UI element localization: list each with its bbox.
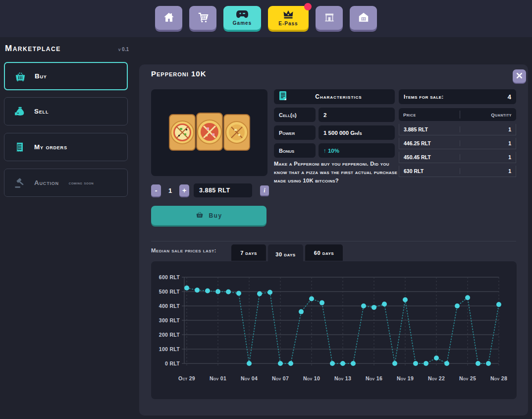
svg-text:500 RLT: 500 RLT <box>159 289 180 295</box>
document-icon <box>279 91 287 103</box>
chart-canvas: 0 RLT100 RLT200 RLT300 RLT400 RLT500 RLT… <box>151 261 517 399</box>
listing-qty: 1 <box>508 140 511 146</box>
version-label: v 0.1 <box>118 47 129 52</box>
section-divider <box>151 241 516 241</box>
marketplace-screen: Games E-Pass <box>0 0 532 419</box>
svg-text:100 RLT: 100 RLT <box>159 346 180 352</box>
char-label: Power <box>274 125 316 140</box>
svg-text:Nov 01: Nov 01 <box>210 375 226 381</box>
char-label: Cell(s) <box>274 108 316 122</box>
gamepad-icon <box>235 10 249 20</box>
sidebar-item-label: Buy <box>35 72 47 80</box>
sidebar-item-auction[interactable]: Auction coming soon <box>4 169 128 197</box>
svg-text:Nov 22: Nov 22 <box>428 375 445 381</box>
char-value: 2 <box>319 108 395 122</box>
item-detail-panel: Pepperoni 10K <box>139 64 528 416</box>
listing-price: 3.885 RLT <box>404 126 428 132</box>
listing-row[interactable]: 446.25 RLT 1 <box>399 138 516 149</box>
item-description: Make a Pepperoni buy you pepperoni. Did … <box>274 160 400 184</box>
quantity-minus-button[interactable]: - <box>151 184 161 196</box>
column-quantity: Quantity <box>491 112 512 118</box>
svg-text:600 RLT: 600 RLT <box>159 274 180 280</box>
quantity-plus-button[interactable]: + <box>179 184 189 196</box>
coming-soon-label: coming soon <box>69 180 94 185</box>
marketplace-button[interactable] <box>316 6 343 30</box>
items-for-sale-count: 4 <box>508 93 511 101</box>
listing-qty: 1 <box>508 168 511 174</box>
svg-text:400 RLT: 400 RLT <box>159 303 180 309</box>
svg-text:Nov 13: Nov 13 <box>334 375 351 381</box>
storefront-icon <box>323 11 336 25</box>
close-button[interactable] <box>513 69 526 83</box>
sidebar-item-sell[interactable]: Sell <box>4 97 128 125</box>
tab-60-days[interactable]: 60 days <box>305 244 343 261</box>
row-divider <box>460 140 460 146</box>
cart-button[interactable] <box>189 6 216 30</box>
tab-7-days[interactable]: 7 days <box>231 244 266 261</box>
sidebar-item-buy[interactable]: Buy <box>4 62 128 90</box>
page-title: Marketplace <box>5 44 61 54</box>
svg-text:Nov 04: Nov 04 <box>241 375 258 381</box>
sidebar-item-label: My orders <box>34 143 67 151</box>
items-for-sale-section: Items for sale: 4 Price Quantity 3.885 R… <box>399 89 516 180</box>
sidebar-item-label: Sell <box>34 108 49 115</box>
item-title: Pepperoni 10K <box>151 69 207 78</box>
row-divider <box>460 168 460 174</box>
sidebar-item-my-orders[interactable]: My orders <box>4 133 128 161</box>
median-prices-label: Median sale prices last: <box>151 247 216 253</box>
sidebar-item-label: Auction <box>34 179 59 186</box>
quantity-stepper: - 1 + 3.885 RLT i <box>151 183 269 197</box>
price-history-chart: 0 RLT100 RLT200 RLT300 RLT400 RLT500 RLT… <box>151 261 517 399</box>
characteristic-row-power: Power 1 500 000 Gh/s <box>274 125 395 140</box>
characteristics-header: Characteristics <box>274 89 395 104</box>
listing-qty: 1 <box>508 126 511 132</box>
receipt-icon <box>12 140 27 155</box>
svg-text:Nov 19: Nov 19 <box>397 375 414 381</box>
page-body: Marketplace v 0.1 Buy <box>0 37 532 419</box>
svg-text:Oct 29: Oct 29 <box>178 375 195 381</box>
pepperoni-pizzas-art <box>163 112 255 154</box>
char-label: Bonus <box>274 143 316 158</box>
listing-price: 450.45 RLT <box>404 154 431 160</box>
items-for-sale-label: Items for sale: <box>404 94 444 100</box>
listing-row[interactable]: 3.885 RLT 1 <box>399 124 516 135</box>
listing-row[interactable]: 450.45 RLT 1 <box>399 152 516 163</box>
row-divider <box>460 126 460 132</box>
buy-button[interactable]: Buy <box>151 206 266 225</box>
quantity-value: 1 <box>161 187 179 194</box>
sidebar-header: Marketplace v 0.1 <box>5 44 129 54</box>
char-value: 1 500 000 Gh/s <box>319 125 395 140</box>
games-label: Games <box>233 21 252 26</box>
item-image <box>151 89 267 176</box>
epass-button[interactable]: E-Pass <box>268 6 309 30</box>
crown-icon <box>282 9 295 21</box>
listing-price: 630 RLT <box>404 168 424 174</box>
items-for-sale-header: Items for sale: 4 <box>399 89 516 104</box>
char-value-bonus: ↑ 10% <box>319 143 395 158</box>
buy-button-label: Buy <box>209 212 222 219</box>
home-button[interactable] <box>155 6 182 30</box>
column-price: Price <box>403 112 416 118</box>
cart-icon <box>197 11 210 25</box>
characteristics-section: Characteristics Cell(s) 2 Power 1 500 00… <box>274 89 395 161</box>
close-icon <box>516 72 523 80</box>
listing-qty: 1 <box>508 154 511 160</box>
sell-bag-icon <box>12 104 27 119</box>
characteristics-title: Characteristics <box>287 93 390 100</box>
listings-table-header: Price Quantity <box>399 108 516 121</box>
listing-row[interactable]: 630 RLT 1 <box>399 166 516 177</box>
top-nav: Games E-Pass <box>0 0 532 37</box>
warehouse-button[interactable] <box>350 6 377 30</box>
buy-basket-icon <box>195 210 204 221</box>
svg-text:Nov 16: Nov 16 <box>366 375 382 381</box>
column-divider <box>460 111 460 119</box>
svg-text:Nov 28: Nov 28 <box>490 375 507 381</box>
basket-icon <box>13 69 28 84</box>
games-button[interactable]: Games <box>223 6 261 30</box>
epass-label: E-Pass <box>278 21 298 26</box>
gavel-icon <box>12 176 27 190</box>
warehouse-icon <box>357 11 370 25</box>
characteristic-row-cells: Cell(s) 2 <box>274 108 395 122</box>
svg-text:0 RLT: 0 RLT <box>165 360 180 366</box>
info-button[interactable]: i <box>260 185 269 195</box>
